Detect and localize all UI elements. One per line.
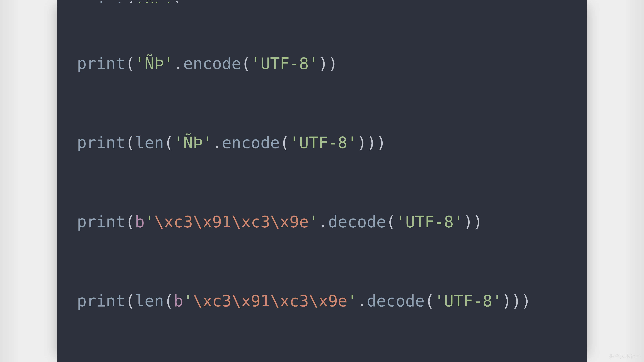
- token-paren: (: [125, 0, 135, 3]
- token-paren: (: [125, 133, 135, 152]
- code-blank-line: [77, 240, 587, 267]
- token-escape: \xc3\x91\xc3\x9e: [154, 212, 309, 231]
- token-function: print: [77, 212, 125, 231]
- token-string: 'ÑÞ': [174, 133, 212, 152]
- token-paren: (: [164, 133, 174, 152]
- code-block: print('ÑÞ')print('ÑÞ'.encode('UTF-8'))pr…: [77, 0, 587, 341]
- token-dot: .: [174, 54, 183, 73]
- code-blank-line: [77, 267, 587, 293]
- code-blank-line: [77, 3, 587, 29]
- token-escape: \xc3\x91\xc3\x9e: [193, 292, 348, 310]
- code-blank-line: [77, 319, 587, 341]
- token-string: 'UTF-8': [434, 292, 502, 310]
- token-quote: ': [183, 292, 193, 310]
- token-function: print: [77, 54, 125, 73]
- token-method: decode: [367, 292, 425, 310]
- token-paren: (: [386, 212, 396, 231]
- token-builtin: len: [135, 133, 164, 152]
- token-paren: ))): [502, 292, 531, 310]
- token-paren: (: [125, 292, 135, 310]
- token-quote: ': [348, 292, 357, 310]
- token-string: 'UTF-8': [251, 54, 318, 73]
- code-line: print('ÑÞ'.encode('UTF-8')): [77, 56, 587, 82]
- token-string: 'UTF-8': [396, 212, 463, 231]
- code-blank-line: [77, 82, 587, 108]
- token-method: encode: [183, 54, 241, 73]
- watermark-text: 掘金技术社区: [609, 353, 641, 360]
- token-dot: .: [357, 292, 367, 310]
- code-editor: print('ÑÞ')print('ÑÞ'.encode('UTF-8'))pr…: [57, 0, 587, 362]
- code-blank-line: [77, 161, 587, 187]
- token-paren: (: [280, 133, 290, 152]
- token-bytes-prefix: b: [135, 212, 144, 231]
- page-background: print('ÑÞ')print('ÑÞ'.encode('UTF-8'))pr…: [0, 0, 644, 362]
- code-blank-line: [77, 187, 587, 214]
- code-blank-line: [77, 29, 587, 56]
- token-method: decode: [328, 212, 386, 231]
- code-line: print(len(b'\xc3\x91\xc3\x9e'.decode('UT…: [77, 293, 587, 319]
- token-paren: (: [241, 54, 251, 73]
- token-paren: )): [463, 212, 482, 231]
- token-bytes-prefix: b: [174, 292, 183, 310]
- token-string: 'UTF-8': [290, 133, 357, 152]
- token-quote: ': [144, 212, 154, 231]
- token-string: 'ÑÞ': [135, 0, 174, 3]
- token-quote: ': [309, 212, 318, 231]
- token-function: print: [77, 133, 125, 152]
- token-method: encode: [222, 133, 280, 152]
- token-function: print: [77, 292, 125, 310]
- token-dot: .: [212, 133, 222, 152]
- token-paren: (: [425, 292, 434, 310]
- code-blank-line: [77, 108, 587, 135]
- code-line: print(b'\xc3\x91\xc3\x9e'.decode('UTF-8'…: [77, 214, 587, 240]
- code-line-cutoff: print('ÑÞ'): [77, 0, 587, 3]
- token-paren: ): [174, 0, 183, 3]
- token-paren: )): [318, 54, 338, 73]
- token-function: print: [77, 0, 125, 3]
- token-string: 'ÑÞ': [135, 54, 174, 73]
- token-paren: (: [125, 54, 135, 73]
- token-paren: (: [164, 292, 174, 310]
- token-paren: ))): [357, 133, 386, 152]
- token-paren: (: [125, 212, 135, 231]
- token-dot: .: [318, 212, 328, 231]
- code-line: print(len('ÑÞ'.encode('UTF-8'))): [77, 135, 587, 161]
- token-builtin: len: [135, 292, 164, 310]
